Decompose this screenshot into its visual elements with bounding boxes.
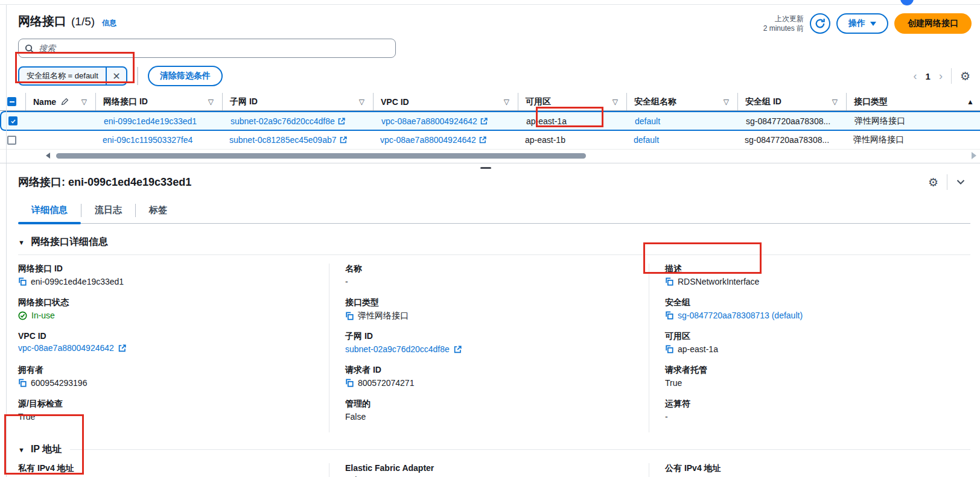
remove-filter-icon[interactable]: ✕ <box>106 68 126 84</box>
triangle-down-icon: ▼ <box>18 239 25 246</box>
network-interfaces-table: Name ▽ 网络接口 ID ▽ 子网 ID ▽ VPC ID ▽ 可用区 ▽ <box>0 93 980 150</box>
eni-id-link[interactable]: eni-09c1c119503327fe4 <box>103 135 192 145</box>
name-cell <box>27 112 97 130</box>
scrollbar-thumb[interactable] <box>56 153 586 159</box>
field-operator: 运算符 - <box>665 399 969 423</box>
divider <box>70 449 970 450</box>
copy-icon[interactable] <box>18 277 27 286</box>
tab-flow-logs[interactable]: 流日志 <box>81 200 135 223</box>
sort-ascending-icon[interactable]: ▲ <box>967 98 974 106</box>
sort-icon[interactable]: ▽ <box>724 98 729 106</box>
copy-icon[interactable] <box>665 277 673 286</box>
last-updated-line2: 2 minutes 前 <box>763 24 804 33</box>
column-header-name[interactable]: Name ▽ <box>25 93 95 110</box>
field-description: 描述 RDSNetworkInterface <box>665 264 969 288</box>
sort-icon[interactable]: ▽ <box>832 98 838 106</box>
tab-details[interactable]: 详细信息 <box>18 200 81 223</box>
select-all-checkbox[interactable] <box>7 97 16 106</box>
interface-type-value: 弹性网络接口 <box>358 311 409 321</box>
sort-icon[interactable]: ▽ <box>504 98 509 106</box>
table-row[interactable]: eni-09c1c119503327fe4 subnet-0c81285ec45… <box>0 131 980 150</box>
detail-tabs: 详细信息 流日志 标签 <box>18 200 970 224</box>
external-link-icon <box>479 136 486 144</box>
selection-count: (1/5) <box>71 15 95 28</box>
section-interface-details[interactable]: ▼ 网络接口详细信息 <box>18 236 970 248</box>
field-name: 名称 - <box>345 264 649 288</box>
field-subnet-id: 子网 ID subnet-02a9c76d20cc4df8e <box>345 331 649 356</box>
row-checkbox[interactable] <box>8 116 18 125</box>
subnet-id-link[interactable]: subnet-02a9c76d20cc4df8e <box>345 344 450 354</box>
subnet-id-link[interactable]: subnet-0c81285ec45e09ab7 <box>229 135 337 145</box>
interface-type-cell: 弹性网络接口 <box>847 112 980 130</box>
next-page-icon[interactable]: › <box>939 71 943 81</box>
copy-icon[interactable] <box>665 311 673 320</box>
sort-icon[interactable]: ▽ <box>359 98 364 106</box>
field-private-ipv4: 私有 IPv4 地址 10.0.14.108 <box>18 463 329 477</box>
filter-row: 安全组名称 = default ✕ 清除筛选条件 ‹ 1 › ⚙ <box>0 65 980 87</box>
subnet-id-link[interactable]: subnet-02a9c76d20cc4df8e <box>231 116 335 126</box>
column-header-sg-id[interactable]: 安全组 ID ▽ <box>737 93 846 110</box>
sg-name-link[interactable]: default <box>635 116 660 126</box>
vpc-id-link[interactable]: vpc-08ae7a88004924642 <box>381 116 477 126</box>
actions-button[interactable]: 操作 <box>836 13 888 34</box>
field-status: 网络接口状态 In-use <box>18 297 329 322</box>
field-eni-id: 网络接口 ID eni-099c1ed4e19c33ed1 <box>18 264 329 288</box>
info-link[interactable]: 信息 <box>102 18 116 28</box>
eni-id-link[interactable]: eni-099c1ed4e19c33ed1 <box>104 116 197 126</box>
sort-icon[interactable]: ▽ <box>208 98 214 106</box>
table-row[interactable]: eni-099c1ed4e19c33ed1 subnet-02a9c76d20c… <box>0 111 980 131</box>
notification-dot <box>900 0 914 5</box>
refresh-icon <box>815 18 826 29</box>
description-value: RDSNetworkInterface <box>678 277 759 286</box>
vpc-id-link[interactable]: vpc-08ae7a88004924642 <box>18 343 114 353</box>
create-button-label: 创建网络接口 <box>908 18 958 29</box>
copy-icon[interactable] <box>665 345 673 353</box>
column-header-subnet-id[interactable]: 子网 ID ▽ <box>222 93 373 110</box>
column-header-vpc-id[interactable]: VPC ID ▽ <box>373 93 518 110</box>
filter-chip[interactable]: 安全组名称 = default ✕ <box>18 66 127 86</box>
external-link-icon <box>480 118 488 125</box>
vpc-id-link[interactable]: vpc-08ae7a88004924642 <box>380 135 476 145</box>
section-ip-addresses[interactable]: ▼ IP 地址 <box>18 443 62 456</box>
operator-value: - <box>665 412 668 422</box>
refresh-button[interactable] <box>810 13 830 34</box>
search-box[interactable] <box>18 39 396 58</box>
scroll-left-icon[interactable] <box>46 153 50 159</box>
collapse-panel-chevron-icon[interactable] <box>956 177 966 187</box>
copy-icon[interactable] <box>345 312 354 320</box>
column-header-eni-id[interactable]: 网络接口 ID ▽ <box>95 93 222 110</box>
status-value: In-use <box>31 311 55 320</box>
field-efa: Elastic Fabric Adapter False <box>345 463 649 477</box>
last-updated: 上次更新 2 minutes 前 <box>763 14 804 33</box>
interface-type-cell: 弹性网络接口 <box>846 131 980 149</box>
copy-icon[interactable] <box>18 379 27 387</box>
az-cell: ap-east-1a <box>519 112 628 130</box>
clear-filters-button[interactable]: 清除筛选条件 <box>148 66 223 86</box>
sort-icon[interactable]: ▽ <box>81 98 87 106</box>
search-icon <box>25 44 34 53</box>
search-input[interactable] <box>39 43 389 53</box>
page-number[interactable]: 1 <box>926 71 931 81</box>
column-header-interface-type[interactable]: 接口类型 ▲ <box>846 93 980 110</box>
row-checkbox[interactable] <box>7 136 16 145</box>
sg-name-link[interactable]: default <box>634 135 659 145</box>
column-header-sg-name[interactable]: 安全组名称 ▽ <box>626 93 737 110</box>
security-group-link[interactable]: sg-0847720aa78308713 (default) <box>678 311 803 320</box>
select-all-cell <box>0 93 25 110</box>
column-header-az[interactable]: 可用区 ▽ <box>518 93 626 110</box>
sort-icon[interactable]: ▽ <box>612 98 618 106</box>
tab-tags[interactable]: 标签 <box>136 200 180 223</box>
divider <box>951 68 952 84</box>
panel-settings-gear-icon[interactable]: ⚙ <box>928 177 938 188</box>
divider <box>137 67 138 85</box>
prev-page-icon[interactable]: ‹ <box>914 71 917 81</box>
copy-icon[interactable] <box>345 379 354 387</box>
sg-id-cell: sg-0847720aa78308... <box>739 112 847 130</box>
create-network-interface-button[interactable]: 创建网络接口 <box>894 13 972 34</box>
field-public-ipv4: 公有 IPv4 地址 - <box>665 463 969 477</box>
scroll-right-icon[interactable] <box>972 152 976 159</box>
caret-down-icon <box>870 22 876 26</box>
name-cell <box>25 131 95 149</box>
table-settings-gear-icon[interactable]: ⚙ <box>960 71 970 82</box>
filter-chip-label: 安全组名称 = default <box>19 70 106 83</box>
